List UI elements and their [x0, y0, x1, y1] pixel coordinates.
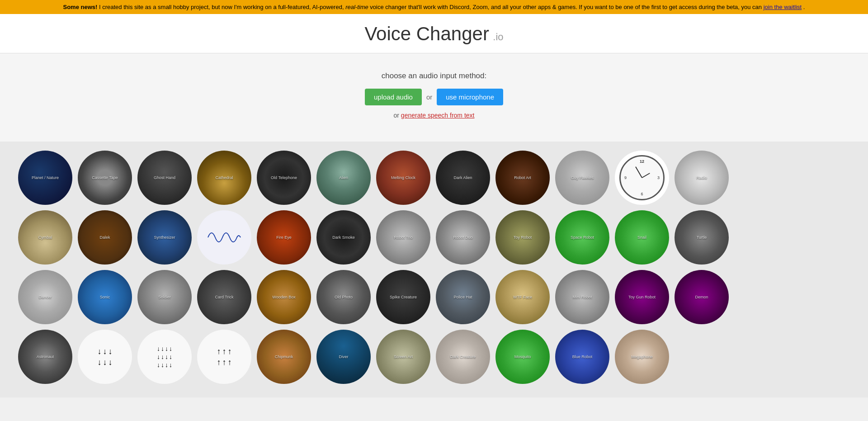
voice-circle-dark-creature[interactable]: Dark Creature [436, 330, 490, 384]
voice-circle-demon[interactable]: Demon [675, 270, 729, 324]
voice-circle-mini-robot[interactable]: Mini Robot [555, 270, 609, 324]
voice-circle-telephone[interactable]: Old Telephone [257, 151, 311, 205]
voice-circle-snail[interactable]: Snail [615, 210, 669, 265]
banner-end: . [803, 4, 805, 10]
voice-circle-dancer[interactable]: Dancer [18, 270, 72, 324]
voice-circle-diver[interactable]: Diver [316, 330, 371, 384]
voice-circle-melting-clock[interactable]: Melting Clock [376, 151, 430, 205]
voice-circle-sonic[interactable]: Sonic [78, 270, 132, 324]
voice-circle-astronaut[interactable]: Astronaut [18, 330, 72, 384]
voice-row-row2: CymbalDalekSynthesizer Fire EyeDark Smok… [18, 210, 850, 265]
voice-circle-arrows-down2[interactable]: ↓ ↓ ↓ ↓ ↓ ↓ ↓ ↓ ↓ ↓ ↓ ↓ [137, 330, 192, 384]
banner-text2: voice changer that'll work with Discord,… [370, 4, 763, 10]
generate-speech-row: or generate speech from text [9, 112, 859, 119]
voice-circle-synth[interactable]: Synthesizer [137, 210, 192, 265]
generate-speech-link[interactable]: generate speech from text [401, 112, 475, 119]
voice-row-row1: Planet / NatureCassette TapeGhost HandCa… [18, 151, 850, 205]
voice-row-row3: DancerSonicSoldierCard TrickWooden BoxOl… [18, 270, 850, 324]
voice-circle-old-photo[interactable]: Old Photo [316, 270, 371, 324]
or-separator: or [426, 93, 432, 101]
voice-circle-mosquito[interactable]: Mosquito [495, 330, 550, 384]
voice-circle-robot-art[interactable]: Robot Art [495, 151, 550, 205]
voice-circle-soldier[interactable]: Soldier [137, 270, 192, 324]
voice-circle-screen-art[interactable]: Screen Art [376, 330, 430, 384]
generate-or-text: or [394, 112, 399, 119]
voice-circle-chipmunk[interactable]: Chipmunk [257, 330, 311, 384]
voice-circle-jackie-chan[interactable]: WTF Face [495, 270, 550, 324]
banner-text: I created this site as a small hobby pro… [99, 4, 345, 10]
banner-waitlist-link[interactable]: join the waitlist [764, 4, 802, 10]
voice-circle-spike-creature[interactable]: Spike Creature [376, 270, 430, 324]
page-header: Voice Changer .io [0, 14, 868, 53]
voice-circle-radio[interactable]: Radio [675, 151, 729, 205]
voice-circle-cathedral[interactable]: Cathedral [197, 151, 251, 205]
voice-circle-arrows-up[interactable]: ↑ ↑ ↑ ↑ ↑ ↑ [197, 330, 251, 384]
voice-circle-ghost-hand[interactable]: Ghost Hand [137, 151, 192, 205]
voice-circle-megaphone[interactable]: Megaphone [615, 330, 669, 384]
voice-circle-dark-smoke[interactable]: Dark Smoke [316, 210, 371, 265]
voice-circle-fire-eye[interactable]: Fire Eye [257, 210, 311, 265]
voice-grid: Planet / NatureCassette TapeGhost HandCa… [0, 142, 868, 397]
news-banner: Some news! I created this site as a smal… [0, 0, 868, 14]
voice-circle-toy-gun-robot[interactable]: Toy Gun Robot [615, 270, 669, 324]
choose-label: choose an audio input method: [9, 71, 859, 80]
voice-circle-wooden-box[interactable]: Wooden Box [257, 270, 311, 324]
voice-circle-cymbal[interactable]: Cymbal [18, 210, 72, 265]
banner-italic: real-time [345, 4, 368, 10]
voice-circle-turtle[interactable]: Turtle [675, 210, 729, 265]
page-title: Voice Changer [364, 23, 489, 44]
input-section: choose an audio input method: upload aud… [0, 53, 868, 142]
voice-circle-alien[interactable]: Alien [316, 151, 371, 205]
voice-circle-alien2[interactable]: Dark Alien [436, 151, 490, 205]
voice-circle-blue-robot[interactable]: Blue Robot [555, 330, 609, 384]
voice-circle-clock-face[interactable]: 12 3 6 9 [615, 151, 669, 205]
voice-circle-card-trick[interactable]: Card Trick [197, 270, 251, 324]
voice-circle-cassette[interactable]: Cassette Tape [78, 151, 132, 205]
title-suffix: .io [493, 31, 503, 43]
voice-circle-space-robot[interactable]: Space Robot [555, 210, 609, 265]
upload-audio-button[interactable]: upload audio [365, 89, 422, 105]
voice-circle-dalek[interactable]: Dalek [78, 210, 132, 265]
use-microphone-button[interactable]: use microphone [437, 89, 503, 105]
voice-circle-guy-fawkes[interactable]: Guy Fawkes [555, 151, 609, 205]
voice-circle-police-hat[interactable]: Police Hat [436, 270, 490, 324]
voice-circle-toy-robot[interactable]: Toy Robot [495, 210, 550, 265]
banner-bold: Some news! [63, 4, 98, 10]
voice-circle-arrows-down[interactable]: ↓ ↓ ↓ ↓ ↓ ↓ [78, 330, 132, 384]
button-row: upload audio or use microphone [9, 89, 859, 105]
voice-circle-wave-planet[interactable]: Planet / Nature [18, 151, 72, 205]
voice-circle-waveform[interactable] [197, 210, 251, 265]
voice-circle-robot-trio[interactable]: Robot Trio [376, 210, 430, 265]
voice-circle-robot-duo[interactable]: Robot Duo [436, 210, 490, 265]
voice-row-row4: Astronaut ↓ ↓ ↓ ↓ ↓ ↓ ↓ ↓ ↓ ↓ ↓ [18, 330, 850, 384]
